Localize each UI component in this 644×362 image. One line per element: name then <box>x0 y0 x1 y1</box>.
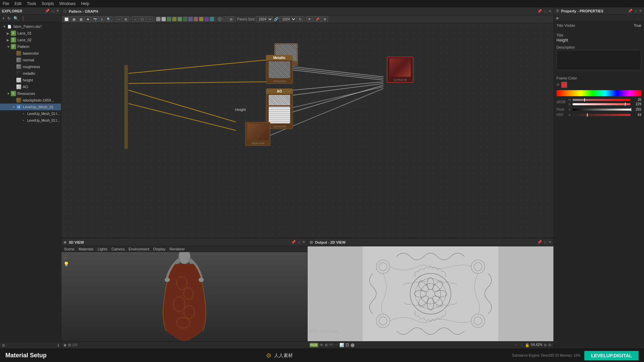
props-close-btn[interactable]: ✕ <box>639 9 642 13</box>
tree-item-lace02[interactable]: ▶ F Lace_02 <box>0 37 61 43</box>
prop-color-swatch-red[interactable] <box>561 82 567 88</box>
pen-icon[interactable]: ✏ <box>556 82 560 87</box>
tb-eye-btn[interactable]: 👁 <box>306 16 313 22</box>
explorer-expand-btn[interactable]: □ <box>52 9 54 13</box>
tree-item-lace01[interactable]: ▶ F Lace_01 <box>0 30 61 37</box>
explorer-refresh-btn[interactable]: ↻ <box>6 16 12 21</box>
explorer-close-btn[interactable]: ✕ <box>56 9 59 13</box>
view2d-settings-icon[interactable]: ⚙ <box>548 343 551 347</box>
tb-connect-btn[interactable]: → <box>132 16 139 22</box>
menu-windows[interactable]: Windows <box>59 1 76 6</box>
tb-more2-btn[interactable]: ⚙ <box>322 16 328 22</box>
explorer-more-btn[interactable]: ⋮ <box>20 16 26 21</box>
prop-desc-field[interactable] <box>556 50 641 70</box>
view2d-icon-eye[interactable]: 👁 <box>320 343 323 347</box>
view2d-icon-chart[interactable]: 📊 <box>339 343 344 347</box>
node-red[interactable]: 0.375x0.56 <box>387 57 414 83</box>
view2d-lock-icon[interactable]: 🔒 <box>525 343 530 347</box>
explorer-search-btn[interactable]: 🔍 <box>12 16 19 21</box>
view2d-pin-btn[interactable]: 📌 <box>537 240 542 244</box>
tree-item-pattern[interactable]: ▼ F Pattern <box>0 43 61 50</box>
view3d-menu-renderer[interactable]: Renderer <box>169 247 185 251</box>
tb-parentsize-select2[interactable]: 1024512 <box>279 16 297 22</box>
view2d-close-btn[interactable]: ✕ <box>548 240 551 244</box>
view2d-icon-more[interactable]: ⋯ <box>334 343 338 347</box>
view2d-arrow-right[interactable]: → <box>520 343 524 347</box>
tb-search-btn[interactable]: 🔍 <box>105 16 112 22</box>
tb-info-btn[interactable]: ℹ <box>100 16 104 22</box>
tb-col2[interactable] <box>161 17 166 21</box>
tree-item-basecolor[interactable]: basecolor <box>0 50 61 57</box>
tb-col1[interactable] <box>156 17 161 21</box>
view3d-pin-btn[interactable]: 📌 <box>291 240 296 244</box>
prop-s-slider[interactable] <box>573 103 631 105</box>
menu-tools[interactable]: Tools <box>27 1 36 6</box>
tb-parentsize-select[interactable]: 10245122048 <box>256 16 273 22</box>
tree-item-metallic[interactable]: metallic <box>0 70 61 77</box>
tree-item-ao[interactable]: AO <box>0 83 61 90</box>
tree-item-resources[interactable]: ▼ F Resources <box>0 90 61 97</box>
view3d-close-btn[interactable]: ✕ <box>302 240 305 244</box>
tb-move-btn[interactable]: ↔ <box>115 16 122 22</box>
view2d-icon-uv2[interactable]: UV <box>329 343 333 347</box>
view3d-menu-camera[interactable]: Camera <box>111 247 124 251</box>
view3d-menu-materials[interactable]: Materials <box>78 247 94 251</box>
node-input[interactable]: 1024x1024 <box>245 122 270 146</box>
tb-thumb2[interactable] <box>223 17 227 21</box>
view2d-icon-rgb[interactable]: RGB <box>310 343 318 347</box>
tree-item-istock[interactable]: istockphoto-1659... <box>0 97 61 104</box>
view2d-icon-circle[interactable]: ⬤ <box>351 343 355 347</box>
explorer-add-btn[interactable]: + <box>1 16 6 21</box>
view3d-menu-environment[interactable]: Environment <box>128 247 149 251</box>
tb-view2-btn[interactable]: ▦ <box>71 16 77 22</box>
menu-edit[interactable]: Edit <box>14 1 21 6</box>
explorer-pin-btn[interactable]: 📌 <box>45 9 50 13</box>
explorer-bottom-left-icon[interactable]: ⊞ <box>2 343 5 348</box>
tb-col6[interactable] <box>183 17 187 21</box>
tree-item-roughness[interactable]: roughness <box>0 63 61 70</box>
props-expand-btn[interactable]: □ <box>635 9 637 13</box>
menu-file[interactable]: File <box>3 1 9 6</box>
tb-col10[interactable] <box>204 17 209 21</box>
tb-thumb1[interactable] <box>217 17 222 21</box>
graph-canvas[interactable]: 1024x1024 Metallic 1024x1024 AO <box>61 23 553 238</box>
view3d-icon-sphere[interactable]: ◉ <box>63 343 67 347</box>
tree-item-levelupmesh-b[interactable]: ▪ LevelUp_Mesh_01:l... <box>0 117 61 124</box>
tb-grid-btn[interactable]: ⊞ <box>228 16 234 22</box>
prop-rainbow-strip[interactable] <box>556 90 641 96</box>
menu-scripts[interactable]: Scripts <box>42 1 54 6</box>
prop-a-slider[interactable] <box>573 114 631 116</box>
view3d-menu-scene[interactable]: Scene <box>64 247 74 251</box>
tb-addnode-btn[interactable]: ✚ <box>85 16 91 22</box>
tb-col8[interactable] <box>194 17 198 21</box>
tb-col7[interactable] <box>188 17 193 21</box>
view3d-content[interactable]: 🎥 💡 <box>61 252 307 341</box>
tb-view-btn[interactable]: ⬜ <box>63 16 70 22</box>
prop-h-slider[interactable] <box>573 99 631 101</box>
tb-refresh-btn[interactable]: ↻ <box>297 16 303 22</box>
props-pin-btn[interactable]: 📌 <box>628 9 633 13</box>
tree-item-normal[interactable]: normal <box>0 57 61 63</box>
view2d-arrow-left[interactable]: ← <box>515 343 519 347</box>
graph-pin-btn[interactable]: 📌 <box>537 9 542 13</box>
view2d-fit-icon[interactable]: ⊕ <box>544 343 547 347</box>
view3d-icon-grid[interactable]: ⊞ <box>68 343 71 347</box>
tb-pin-btn[interactable]: 📌 <box>314 16 321 22</box>
view2d-expand-btn[interactable]: □ <box>544 240 546 244</box>
tb-col11[interactable] <box>210 17 214 21</box>
tb-col4[interactable] <box>172 17 177 21</box>
tb-more1-btn[interactable]: ⋯ <box>146 16 153 22</box>
tb-col3[interactable] <box>167 17 171 21</box>
tree-item-fabric[interactable]: ▼ 📄 fabric_Pattern.sbs* <box>0 23 61 30</box>
tree-item-levelupmesh-a[interactable]: ▪ LevelUp_Mesh_01:l... <box>0 110 61 117</box>
menu-help[interactable]: Help <box>81 1 89 6</box>
view2d-icon-pic[interactable]: 🖼 <box>345 343 349 347</box>
explorer-bottom-right-icon[interactable]: ℹ <box>58 343 59 348</box>
graph-expand-btn[interactable]: □ <box>544 9 546 13</box>
prop-v-slider[interactable] <box>573 109 631 111</box>
view2d-content[interactable]: 1024 x 1024 (Grays... <box>308 246 553 341</box>
tree-item-levelupmesh[interactable]: ▼ M LevelUp_Mesh_01 <box>0 104 61 110</box>
view3d-menu-display[interactable]: Display <box>153 247 165 251</box>
view3d-menu-lights[interactable]: Lights <box>98 247 107 251</box>
view2d-icon-grid2[interactable]: ⊞ <box>325 343 328 347</box>
